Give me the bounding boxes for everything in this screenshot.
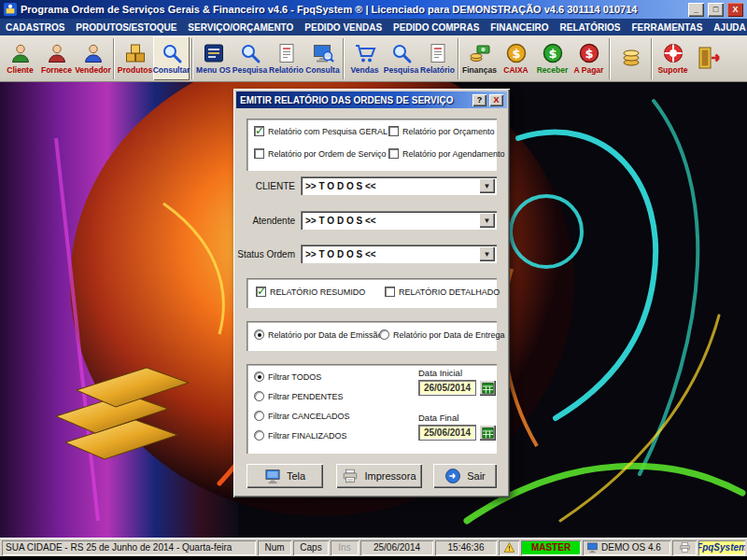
checkbox-box[interactable] [256, 287, 266, 297]
menu-cadastros[interactable]: CADASTROS [0, 19, 70, 35]
toolbar-suporte-button[interactable]: Suporte [655, 36, 691, 80]
application-window: Programa Ordem de Serviços Gerais & Fina… [0, 0, 747, 560]
status-user: MASTER [521, 540, 581, 555]
cliente-label: CLIENTE [237, 181, 295, 191]
toolbar-vendedor-button[interactable]: Vendedor [75, 36, 111, 80]
checkbox-relatorio-detalhado[interactable]: RELATÓRIO DETALHADO [385, 287, 500, 297]
minimize-button[interactable]: _ [688, 3, 704, 17]
menu-servico-orcamento[interactable]: SERVIÇO/ORÇAMENTO [182, 19, 299, 35]
computer-icon [586, 541, 599, 553]
toolbar-fornecedor-button[interactable]: Fornece [38, 36, 75, 80]
menu-relatorios[interactable]: RELATÓRIOS [555, 19, 627, 35]
sair-button[interactable]: Sair [433, 464, 497, 488]
radio-data-emissao[interactable]: Relatório por Data de Emissão [254, 329, 383, 340]
menu-produtos-estoque[interactable]: PRODUTOS/ESTOQUE [70, 19, 182, 35]
toolbar-moedas-button[interactable] [613, 36, 649, 80]
toolbar-separator [609, 38, 611, 79]
checkbox-por-agendamento[interactable]: Relatório por Agendamento [388, 148, 505, 159]
cliente-select[interactable]: >> T O D O S << ▼ [301, 176, 497, 195]
toolbar-vendas-pesquisa-button[interactable]: Pesquisa [383, 36, 419, 80]
checkbox-por-ordem-servico[interactable]: Relatório por Ordem de Serviço [254, 148, 387, 159]
radio-filtrar-finalizados[interactable]: Filtrar FINALIZADOS [254, 430, 347, 441]
exit-arrow-icon [444, 468, 461, 484]
dialog-help-button[interactable]: ? [472, 94, 486, 106]
impressora-button[interactable]: Impressora [336, 464, 422, 488]
radio-dot[interactable] [254, 371, 264, 382]
radio-dot[interactable] [379, 329, 389, 340]
radio-dot[interactable] [254, 411, 264, 421]
checkbox-box[interactable] [388, 126, 399, 136]
status-time: 15:46:36 [435, 540, 497, 555]
gold-coins-icon [620, 47, 642, 69]
radio-data-entrega[interactable]: Relatório por Data de Entrega [379, 329, 505, 340]
report-dialog: EMITIR RELATÓRIO DAS ORDENS DE SERVIÇO ?… [233, 89, 510, 497]
toolbar-receber-button[interactable]: $ Receber [534, 36, 571, 80]
atendente-select[interactable]: >> T O D O S << ▼ [301, 211, 497, 230]
checkbox-pesquisa-geral[interactable]: Relatório com Pesquisa GERAL [254, 126, 388, 136]
checkbox-box[interactable] [254, 148, 264, 159]
data-inicial-calendar-button[interactable] [479, 380, 496, 396]
toolbar-menu-os-button[interactable]: Menu OS [195, 36, 232, 80]
checkbox-box[interactable] [254, 126, 264, 136]
menu-financeiro[interactable]: FINANCEIRO [485, 19, 554, 35]
toolbar-sair-button[interactable] [691, 36, 727, 80]
menu-ajuda[interactable]: AJUDA [708, 19, 747, 35]
window-title: Programa Ordem de Serviços Gerais & Fina… [21, 4, 684, 15]
chevron-down-icon[interactable]: ▼ [479, 246, 495, 261]
status-ordem-label: Status Ordem [237, 249, 295, 259]
toolbar-vendas-relatorio-button[interactable]: Relatório [419, 36, 456, 80]
radio-dot[interactable] [254, 430, 264, 441]
radio-filtrar-pendentes[interactable]: Filtrar PENDENTES [254, 391, 344, 401]
app-icon [4, 3, 17, 16]
date-type-group: Relatório por Data de Emissão Relatório … [247, 321, 497, 351]
maximize-button[interactable]: □ [708, 3, 724, 17]
toolbar-vendas-button[interactable]: Vendas [346, 36, 383, 80]
status-location: SUA CIDADE - RS 25 de Junho de 2014 - Qu… [2, 540, 256, 555]
checkbox-box[interactable] [388, 148, 399, 159]
dialog-close-button[interactable]: X [489, 94, 503, 106]
status-printer [672, 540, 697, 555]
filter-group: Filtrar TODOS Filtrar PENDENTES Filtrar … [247, 364, 497, 454]
toolbar-cliente-button[interactable]: Cliente [2, 36, 38, 80]
data-final-input[interactable]: 25/06/2014 [418, 425, 476, 441]
menu-pedido-vendas[interactable]: PEDIDO VENDAS [299, 19, 388, 35]
printer-icon [342, 468, 359, 484]
tela-button[interactable]: Tela [247, 464, 323, 488]
chevron-down-icon[interactable]: ▼ [479, 178, 495, 193]
radio-dot[interactable] [254, 391, 264, 401]
checkbox-relatorio-resumido[interactable]: RELATÓRIO RESUMIDO [256, 287, 365, 297]
toolbar-consultar-button[interactable]: Consultar [153, 36, 190, 80]
toolbar-separator [651, 38, 653, 79]
toolbar-os-pesquisa-button[interactable]: Pesquisa [232, 36, 268, 80]
monitor-search-icon [312, 42, 334, 64]
toolbar-a-pagar-button[interactable]: $ A Pagar [571, 36, 607, 80]
toolbar-separator [343, 38, 345, 79]
chevron-down-icon[interactable]: ▼ [479, 213, 495, 228]
radio-filtrar-todos[interactable]: Filtrar TODOS [254, 371, 321, 382]
dialog-titlebar[interactable]: EMITIR RELATÓRIO DAS ORDENS DE SERVIÇO ?… [236, 91, 507, 108]
toolbar-produtos-button[interactable]: Produtos [117, 36, 153, 80]
supplier-person-icon [46, 42, 68, 64]
menu-ferramentas[interactable]: FERRAMENTAS [626, 19, 708, 35]
svg-text:$: $ [512, 47, 520, 61]
toolbar-separator [113, 38, 115, 79]
toolbar-os-relatorio-button[interactable]: Relatório [268, 36, 304, 80]
toolbar: Cliente Fornece Vendedor Produtos Consul… [0, 35, 747, 82]
data-inicial-input[interactable]: 26/05/2014 [418, 380, 476, 396]
menu-pedido-compras[interactable]: PEDIDO COMPRAS [388, 19, 485, 35]
toolbar-financas-button[interactable]: Finanças [461, 36, 498, 80]
checkbox-por-orcamento[interactable]: Relatório por Orçamento [388, 126, 495, 136]
detail-level-group: RELATÓRIO RESUMIDO RELATÓRIO DETALHADO [247, 278, 497, 308]
close-button[interactable]: X [727, 3, 743, 17]
toolbar-caixa-button[interactable]: $ CAIXA [498, 36, 534, 80]
toolbar-os-consulta-button[interactable]: Consulta [304, 36, 341, 80]
data-final-calendar-button[interactable] [479, 425, 496, 441]
radio-filtrar-cancelados[interactable]: Filtrar CANCELADOS [254, 411, 350, 421]
toolbar-separator [191, 38, 193, 79]
checkbox-box[interactable] [385, 287, 395, 297]
printer-icon [679, 541, 691, 553]
status-ordem-select[interactable]: >> T O D O S << ▼ [301, 245, 497, 263]
menubar: CADASTROS PRODUTOS/ESTOQUE SERVIÇO/ORÇAM… [0, 19, 747, 35]
radio-dot[interactable] [254, 329, 264, 340]
report-document-icon [275, 42, 298, 64]
